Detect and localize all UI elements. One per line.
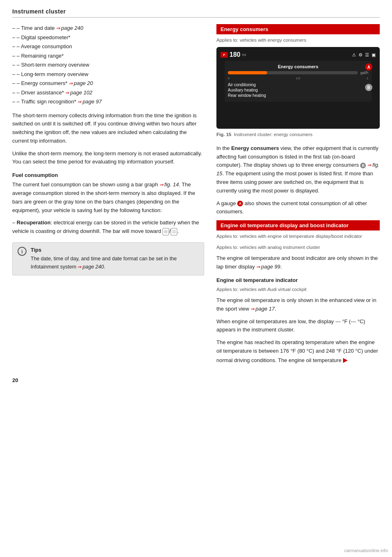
list-item: – Digital speedometer*: [12, 34, 204, 42]
scale-0: 0: [228, 76, 229, 80]
recuperation-icon-right: ⊡: [171, 228, 177, 235]
tips-title: Tips: [31, 247, 199, 253]
energy-consumers-body-1: In the Energy consumers view, the other …: [216, 144, 380, 195]
list-item: – Traffic sign recognition* ⇒page 97: [12, 98, 204, 106]
list-item: – Short-term memory overview: [12, 61, 204, 69]
cluster-icons: ⚠ ⚙ ☰ ▣: [352, 52, 376, 58]
cluster-list-item-2: Auxiliary heating: [228, 88, 368, 92]
energy-consumers-body-2: A gauge A also shows the current total c…: [216, 199, 380, 217]
fig-label: Fig. 15: [216, 132, 231, 137]
cluster-main-panel: Energy consumers gal/h 0 1/2 1 Air condi…: [225, 61, 372, 102]
tips-box: i Tips The date, time of day, and time a…: [12, 242, 204, 275]
recuperation-icon-left: ⊟: [163, 228, 169, 235]
engine-oil-sub-body-2: When engine oil temperatures are low, th…: [216, 318, 380, 335]
fig-caption-text: Instrument cluster: energy consumers: [234, 132, 312, 137]
menu-icon: ☰: [365, 52, 369, 58]
recuperation-label: Recuperation: [17, 219, 51, 226]
energy-consumers-header: Energy consumers: [216, 24, 380, 34]
scale-half: 1/2: [296, 76, 300, 80]
fuel-consumption-heading: Fuel consumption: [12, 172, 204, 178]
left-column: – Time and date ⇒page 240 – Digital spee…: [12, 24, 204, 369]
gauge-bar: [228, 71, 358, 74]
cluster-gauge-row: gal/h: [228, 71, 368, 75]
page-title: Instrument cluster: [12, 8, 66, 15]
warning-icon: ⚠: [352, 52, 356, 58]
engine-oil-header: Engine oil temperature display and boost…: [216, 220, 380, 230]
engine-oil-applies-to-2: Applies to: vehicles with analog instrum…: [216, 244, 380, 251]
body-paragraph-2: Unlike the short-term memory, the long-t…: [12, 150, 204, 167]
cluster-image: P 180 mi ⚠ ⚙ ☰ ▣ Energy consumers: [216, 47, 380, 129]
feature-list: – Time and date ⇒page 240 – Digital spee…: [12, 24, 204, 106]
circle-b-ref: B: [360, 163, 366, 168]
speed-value: 180: [229, 51, 241, 58]
fig-caption: Fig. 15 Instrument cluster: energy consu…: [216, 131, 380, 138]
gauge-unit-label: gal/h: [360, 71, 368, 75]
page-header: Instrument cluster: [12, 8, 380, 18]
main-content: – Time and date ⇒page 240 – Digital spee…: [12, 24, 380, 369]
engine-oil-sub-applies-to: Applies to: vehicles with Audi virtual c…: [216, 286, 380, 293]
cluster-list-item-1: Air conditioning: [228, 83, 368, 87]
media-icon: ▣: [372, 52, 376, 58]
cluster-list: Air conditioning Auxiliary heating Rear …: [228, 83, 368, 98]
engine-oil-temp-indicator-heading: Engine oil temperature indicator: [216, 277, 380, 283]
speed-icon: P: [220, 52, 228, 58]
engine-oil-applies-to-1: Applies to: vehicles with engine oil tem…: [216, 233, 380, 240]
info-icon: i: [18, 247, 27, 256]
engine-oil-sub-body-3: The engine has reached its operating tem…: [216, 338, 380, 365]
speed-unit: mi: [242, 53, 246, 57]
list-item: – Remaining range*: [12, 52, 204, 60]
cluster-top-bar: P 180 mi ⚠ ⚙ ☰ ▣: [220, 51, 376, 58]
list-item: – Average consumption: [12, 43, 204, 51]
engine-oil-header-text: Engine oil temperature display and boost…: [220, 222, 349, 228]
tips-text: The date, time of day, and time and date…: [31, 255, 199, 271]
energy-consumers-bold: Energy consumers: [231, 145, 279, 151]
body-paragraph-1: The short-term memory collects driving i…: [12, 112, 204, 145]
right-column: Energy consumers Applies to: vehicles wi…: [216, 24, 380, 369]
gauge-scale: 0 1/2 1: [228, 76, 368, 80]
list-item: – Energy consumers* ⇒page 20: [12, 79, 204, 87]
more-arrow: ▶: [343, 357, 347, 363]
energy-consumers-applies-to: Applies to: vehicles with energy consume…: [216, 36, 380, 44]
list-item: – Long-term memory overview: [12, 70, 204, 78]
list-item: – Driver assistance* ⇒page 102: [12, 89, 204, 97]
settings-icon: ⚙: [359, 52, 363, 58]
engine-oil-body-1: The engine oil temperature and boost ind…: [216, 254, 380, 271]
engine-oil-sub-body-1: The engine oil temperature is only shown…: [216, 296, 380, 313]
cluster-panel-title: Energy consumers: [228, 64, 368, 69]
cluster-list-item-3: Rear window heating: [228, 93, 368, 98]
cluster-speed-display: P 180 mi: [220, 51, 246, 58]
circle-a-ref: A: [237, 201, 243, 206]
tips-content: Tips The date, time of day, and time and…: [31, 247, 199, 271]
page-number: 20: [12, 377, 380, 383]
fuel-consumption-body: The current fuel consumption can be show…: [12, 181, 204, 215]
gauge-fill: [228, 71, 267, 74]
scale-1: 1: [367, 76, 368, 80]
list-item: – Time and date ⇒page 240: [12, 24, 204, 32]
watermark: carmanualsonline.info: [344, 548, 388, 553]
recuperation-paragraph: – Recuperation: electrical energy can be…: [12, 219, 204, 236]
